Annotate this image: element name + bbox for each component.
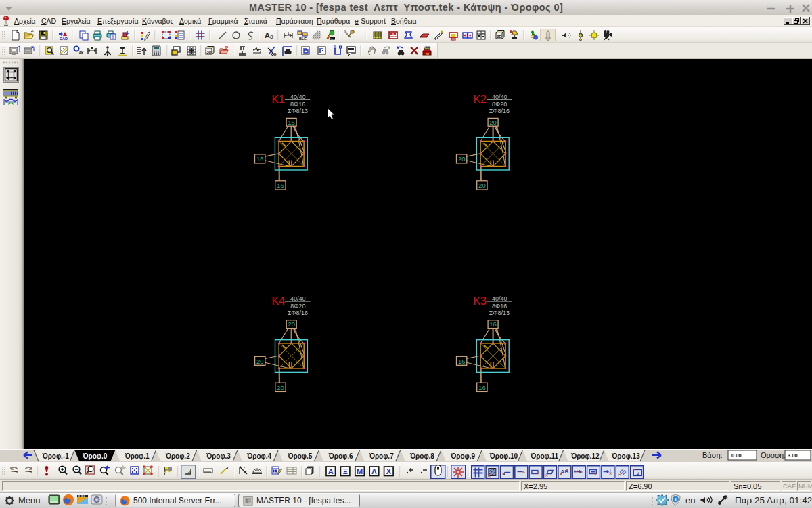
svg-text:ΣΦ8/16: ΣΦ8/16 [489, 108, 510, 114]
svg-text:0.00: 0.00 [731, 452, 742, 459]
svg-text:ΣΦ8/13: ΣΦ8/13 [489, 310, 510, 316]
svg-text:↲: ↲ [635, 471, 639, 476]
svg-text:A: A [328, 467, 334, 475]
svg-text:8Φ16: 8Φ16 [290, 101, 305, 108]
svg-text:16: 16 [256, 155, 264, 163]
svg-text:3D: 3D [497, 35, 502, 39]
svg-text:20: 20 [256, 358, 264, 365]
svg-text:40/40: 40/40 [492, 93, 508, 100]
svg-text:X: X [386, 467, 392, 475]
svg-text:K4: K4 [272, 295, 286, 307]
svg-text:Όροφ.4: Όροφ.4 [246, 452, 271, 460]
svg-text:Όροφ.2: Όροφ.2 [165, 452, 190, 460]
svg-text:ΣΦ8/16: ΣΦ8/16 [288, 310, 308, 316]
svg-text:Όροφ.5: Όροφ.5 [287, 452, 312, 460]
svg-text:8Φ20: 8Φ20 [290, 303, 305, 310]
svg-text:Όροφ.7: Όροφ.7 [369, 452, 394, 460]
svg-text:Όροφ.13: Όροφ.13 [611, 452, 640, 460]
svg-text:Όροφ.3: Όροφ.3 [206, 452, 231, 460]
svg-text:8Φ20: 8Φ20 [492, 101, 507, 108]
svg-text:K2: K2 [473, 93, 487, 105]
svg-text:Λ: Λ [371, 467, 377, 475]
svg-text:BLE: BLE [299, 37, 307, 41]
svg-text:Όροφ.10: Όροφ.10 [489, 452, 518, 460]
svg-text:Όροφ.1: Όροφ.1 [124, 452, 149, 460]
svg-text:Όροφ.9: Όροφ.9 [450, 452, 475, 460]
svg-text:lamp: lamp [331, 38, 336, 41]
svg-text:20: 20 [458, 155, 466, 163]
svg-text:K1: K1 [271, 93, 285, 105]
svg-text:20: 20 [277, 384, 284, 391]
svg-text:16: 16 [478, 384, 486, 391]
svg-text:K3: K3 [473, 295, 487, 307]
svg-text:8Φ16: 8Φ16 [492, 303, 507, 310]
svg-text:Όροφ.12: Όροφ.12 [570, 452, 600, 460]
svg-text:CAD: CAD [60, 37, 68, 41]
svg-text:ΣΦ8/13: ΣΦ8/13 [288, 108, 308, 114]
svg-text:Όροφ.0: Όροφ.0 [82, 452, 107, 460]
svg-text:16: 16 [288, 119, 295, 126]
svg-text:Όροφ.-1: Όροφ.-1 [41, 452, 69, 460]
svg-text:Όροφ.8: Όροφ.8 [409, 452, 434, 460]
svg-text:3.00: 3.00 [788, 452, 798, 459]
svg-text:ΑΚ: ΑΚ [79, 51, 85, 55]
svg-text:16: 16 [489, 320, 497, 328]
svg-text:3D: 3D [206, 50, 212, 54]
svg-text:α: α [270, 33, 273, 40]
svg-text:Όροφ.6: Όροφ.6 [328, 452, 353, 460]
svg-text:Οροφη:: Οροφη: [761, 451, 786, 459]
svg-text:20: 20 [489, 119, 497, 126]
svg-text:M: M [357, 467, 363, 475]
svg-text:16: 16 [277, 182, 284, 189]
svg-text:16: 16 [458, 358, 466, 365]
svg-text:40/40: 40/40 [492, 295, 508, 302]
svg-text:Ξ: Ξ [343, 467, 348, 475]
svg-text:Βάση:: Βάση: [702, 451, 723, 459]
svg-text:i: i [675, 496, 676, 503]
svg-text:20: 20 [478, 182, 486, 189]
svg-text:20: 20 [288, 320, 295, 328]
svg-text:40/40: 40/40 [290, 295, 306, 302]
svg-text:Όροφ.11: Όροφ.11 [530, 452, 558, 460]
svg-text:40/40: 40/40 [290, 93, 306, 100]
svg-text:A: A [265, 31, 270, 39]
